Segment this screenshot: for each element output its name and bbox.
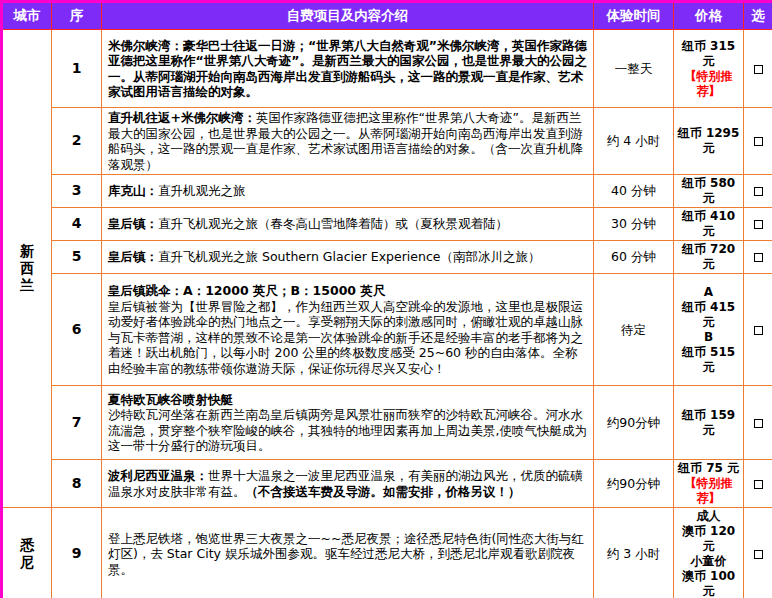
price-text: A <box>676 285 741 300</box>
city-name-char: 兰 <box>3 277 51 294</box>
select-checkbox[interactable] <box>754 326 763 335</box>
table-row: 7夏特欧瓦峡谷喷射快艇沙特欧瓦河坐落在新西兰南岛皇后镇两旁是风景壮丽而狭窄的沙特… <box>2 386 772 460</box>
item-description: 皇后镇：直升飞机观光之旅（春冬高山雪地降着陆）或（夏秋景观着陆） <box>102 208 594 241</box>
item-description: 库克山：直升机观光之旅 <box>102 175 594 208</box>
select-checkbox[interactable] <box>754 220 763 229</box>
price-text: 纽币 1295 元 <box>676 126 741 156</box>
duration-text: 一整天 <box>595 60 672 78</box>
duration-text: 约90分钟 <box>595 414 672 432</box>
item-title-text: 皇后镇跳伞：A：12000 英尺；B：15000 英尺 <box>108 283 385 298</box>
item-title-text: 库克山： <box>108 183 158 198</box>
price-text: 小童价 <box>676 554 741 569</box>
price-cell: 纽币 75 元【特别推荐】 <box>674 460 744 508</box>
select-cell <box>744 175 772 208</box>
price-text: 纽币 159 元 <box>676 408 741 438</box>
select-cell <box>744 208 772 241</box>
price-text: 纽币 75 元 <box>676 461 741 476</box>
item-body-text: 直升机观光之旅 <box>158 183 246 198</box>
price-text: 成人 <box>676 509 741 524</box>
col-header-duration: 体验时间 <box>594 2 674 30</box>
row-number: 9 <box>52 508 102 598</box>
item-description: 米佛尔峡湾：豪华巴士往返一日游；“世界第八大自然奇观”米佛尔峡湾，英国作家路德亚… <box>102 30 594 108</box>
item-description: 夏特欧瓦峡谷喷射快艇沙特欧瓦河坐落在新西兰南岛皇后镇两旁是风景壮丽而狭窄的沙特欧… <box>102 386 594 460</box>
duration-cell: 60 分钟 <box>594 241 674 274</box>
duration-text: 60 分钟 <box>595 248 672 266</box>
item-body-text: 皇后镇被誉为【世界冒险之都】，作为纽西兰双人高空跳伞的发源地，这里也是极限运动爱… <box>108 299 583 376</box>
row-number: 4 <box>52 208 102 241</box>
item-description: 皇后镇：直升飞机观光之旅 Southern Glacier Experience… <box>102 241 594 274</box>
price-text: 纽币 315 元 <box>676 39 741 69</box>
table-row: 2直升机往返+米佛尔峡湾：英国作家路德亚德把这里称作“世界第八大奇迹”。是新西兰… <box>2 108 772 175</box>
duration-text: 30 分钟 <box>595 215 672 233</box>
select-cell <box>744 241 772 274</box>
col-header-description: 自费项目及内容介绍 <box>102 2 594 30</box>
duration-cell: 40 分钟 <box>594 175 674 208</box>
row-number: 5 <box>52 241 102 274</box>
item-title-text: 皇后镇： <box>108 249 158 264</box>
table-row: 3库克山：直升机观光之旅40 分钟纽币 580 元 <box>2 175 772 208</box>
header-row: 城市 序 自费项目及内容介绍 体验时间 价格 选 <box>2 2 772 30</box>
price-cell: A纽币 415 元B纽币 515 元 <box>674 274 744 386</box>
price-text: 纽币 410 元 <box>676 209 741 239</box>
duration-cell: 一整天 <box>594 30 674 108</box>
select-checkbox[interactable] <box>754 419 763 428</box>
city-name-char: 西 <box>3 260 51 277</box>
special-recommendation-label: 【特别推荐】 <box>676 476 741 506</box>
select-cell <box>744 508 772 598</box>
price-cell: 纽币 1295 元 <box>674 108 744 175</box>
price-cell: 纽币 410 元 <box>674 208 744 241</box>
price-cell: 成人澳币 120 元小童价澳币 100 元 <box>674 508 744 598</box>
special-recommendation-label: 【特别推荐】 <box>676 69 741 99</box>
item-description: 皇后镇跳伞：A：12000 英尺；B：15000 英尺皇后镇被誉为【世界冒险之都… <box>102 274 594 386</box>
price-text: 纽币 720 元 <box>676 242 741 272</box>
item-body-text: 登上悉尼铁塔，饱览世界三大夜景之一~~悉尼夜景；途径悉尼特色街(同性恋大街与红灯… <box>108 531 584 577</box>
item-title-text: 米佛尔峡湾：豪华巴士往返一日游；“世界第八大自然奇观”米佛尔峡湾，英国作家路德亚… <box>108 38 587 100</box>
price-cell: 纽币 315 元【特别推荐】 <box>674 30 744 108</box>
city-name-char: 新 <box>3 243 51 260</box>
row-number: 7 <box>52 386 102 460</box>
optional-tours-document: 城市 序 自费项目及内容介绍 体验时间 价格 选 新西兰1米佛尔峡湾：豪华巴士往… <box>0 0 772 598</box>
item-description: 登上悉尼铁塔，饱览世界三大夜景之一~~悉尼夜景；途径悉尼特色街(同性恋大街与红灯… <box>102 508 594 598</box>
city-cell: 悉尼 <box>2 508 52 598</box>
price-text: 纽币 580 元 <box>676 176 741 206</box>
duration-text: 约 3 小时 <box>595 545 672 563</box>
row-number: 8 <box>52 460 102 508</box>
select-cell <box>744 108 772 175</box>
table-row: 4皇后镇：直升飞机观光之旅（春冬高山雪地降着陆）或（夏秋景观着陆）30 分钟纽币… <box>2 208 772 241</box>
select-checkbox[interactable] <box>754 480 763 489</box>
city-name-char: 悉 <box>3 537 51 554</box>
city-name-char: 尼 <box>3 554 51 571</box>
row-number: 2 <box>52 108 102 175</box>
col-header-select: 选 <box>744 2 772 30</box>
price-text: 澳币 120 元 <box>676 524 741 554</box>
duration-cell: 约90分钟 <box>594 460 674 508</box>
select-checkbox[interactable] <box>754 187 763 196</box>
duration-cell: 约90分钟 <box>594 386 674 460</box>
item-title-text: 夏特欧瓦峡谷喷射快艇 <box>108 392 233 407</box>
table-row: 6皇后镇跳伞：A：12000 英尺；B：15000 英尺皇后镇被誉为【世界冒险之… <box>2 274 772 386</box>
city-cell: 新西兰 <box>2 30 52 508</box>
select-cell <box>744 386 772 460</box>
table-row: 悉尼9登上悉尼铁塔，饱览世界三大夜景之一~~悉尼夜景；途径悉尼特色街(同性恋大街… <box>2 508 772 598</box>
item-title-text: 皇后镇： <box>108 216 158 231</box>
select-cell <box>744 30 772 108</box>
col-header-no: 序 <box>52 2 102 30</box>
duration-text: 约 4 小时 <box>595 132 672 150</box>
price-text: 纽币 515 元 <box>676 345 741 375</box>
self-funded-items-table: 城市 序 自费项目及内容介绍 体验时间 价格 选 新西兰1米佛尔峡湾：豪华巴士往… <box>0 0 772 598</box>
select-checkbox[interactable] <box>754 65 763 74</box>
select-checkbox[interactable] <box>754 550 763 559</box>
item-body-text: 直升飞机观光之旅（春冬高山雪地降着陆）或（夏秋景观着陆） <box>158 216 508 231</box>
select-checkbox[interactable] <box>754 137 763 146</box>
item-description: 波利尼西亚温泉：世界十大温泉之一波里尼西亚温泉，有美丽的湖边风光，优质的硫磺温泉… <box>102 460 594 508</box>
table-row: 5皇后镇：直升飞机观光之旅 Southern Glacier Experienc… <box>2 241 772 274</box>
duration-cell: 约 3 小时 <box>594 508 674 598</box>
select-checkbox[interactable] <box>754 253 763 262</box>
row-number: 1 <box>52 30 102 108</box>
price-cell: 纽币 720 元 <box>674 241 744 274</box>
price-text: 纽币 415 元 <box>676 300 741 330</box>
duration-cell: 30 分钟 <box>594 208 674 241</box>
row-number: 6 <box>52 274 102 386</box>
duration-text: 40 分钟 <box>595 182 672 200</box>
col-header-city: 城市 <box>2 2 52 30</box>
